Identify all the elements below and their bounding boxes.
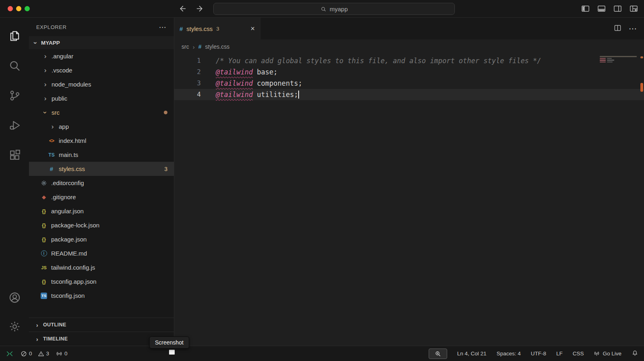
extensions-icon (8, 149, 21, 161)
cursor-position-button[interactable]: Ln 4, Col 21 (457, 351, 487, 357)
toggle-primary-sidebar-button[interactable] (581, 4, 590, 15)
ports-button[interactable]: 0 (56, 351, 68, 357)
minimize-window-button[interactable] (16, 6, 21, 11)
more-actions-icon[interactable]: ⋯ (629, 25, 637, 33)
javascript-file-icon: JS (40, 265, 47, 270)
tree-item-readme-md[interactable]: i README.md (29, 246, 174, 260)
maximize-window-button[interactable] (25, 6, 30, 11)
tree-item-tailwind-config-js[interactable]: JS tailwind.config.js (29, 260, 174, 274)
problems-button[interactable]: 0 3 (21, 351, 49, 357)
tree-item-label: public (52, 95, 67, 102)
split-editor-icon (614, 24, 621, 32)
tree-item-vscode-folder[interactable]: › .vscode (29, 63, 174, 77)
encoding-button[interactable]: UTF-8 (531, 351, 546, 357)
problems-count-badge: 3 (164, 166, 167, 172)
arrow-right-icon (196, 4, 204, 13)
tree-item-gitignore[interactable]: ◆ .gitignore (29, 190, 174, 204)
more-actions-icon[interactable]: ⋯ (159, 23, 167, 32)
code-comment: /* You can add global styles to this fil… (216, 55, 541, 66)
status-right: Ln 4, Col 21 Spaces: 4 UTF-8 LF CSS Go L… (429, 349, 638, 359)
tree-item-app-folder[interactable]: › app (29, 120, 174, 134)
tree-root-myapp[interactable]: › MYAPP (29, 36, 174, 49)
code-line-4-current[interactable]: 4 @tailwind utilities; (174, 89, 644, 100)
modified-dot-badge (164, 111, 167, 114)
value-token: components; (253, 79, 302, 87)
mouse-pointer-artifact (169, 350, 175, 355)
tree-item-styles-css[interactable]: # styles.css 3 (29, 162, 174, 176)
tree-item-label: app (59, 123, 69, 130)
forward-button[interactable] (196, 4, 204, 14)
account-icon (8, 291, 21, 304)
outline-section-header[interactable]: › OUTLINE (29, 318, 174, 332)
chevron-right-icon: › (35, 336, 40, 342)
close-icon[interactable]: × (250, 25, 255, 32)
tree-item-package-lock-json[interactable]: {} package-lock.json (29, 218, 174, 232)
warnings-count: 3 (46, 351, 50, 357)
close-window-button[interactable] (8, 6, 13, 11)
tree-item-angular-json[interactable]: {} angular.json (29, 204, 174, 218)
tree-item-label: .editorconfig (51, 179, 84, 186)
tree-item-src-folder[interactable]: › src (29, 105, 174, 120)
tree-item-label: tsconfig.app.json (51, 278, 97, 285)
typescript-file-icon: TS (48, 152, 55, 158)
layout-sidebar-right-icon (613, 4, 622, 13)
minimap[interactable] (600, 56, 638, 63)
breadcrumb-folder[interactable]: src (182, 43, 189, 50)
line-number: 2 (174, 66, 201, 78)
source-control-icon (8, 89, 21, 102)
tree-item-angular-folder[interactable]: › .angular (29, 49, 174, 63)
zoom-button[interactable] (429, 349, 447, 359)
tree-item-label: node_modules (52, 81, 91, 88)
back-button[interactable] (178, 4, 187, 14)
tree-item-public-folder[interactable]: › public (29, 91, 174, 105)
editor-actions: ⋯ (614, 18, 644, 39)
tree-item-editorconfig[interactable]: .editorconfig (29, 176, 174, 190)
tab-problems-badge: 3 (216, 26, 219, 32)
activity-run-debug-button[interactable] (0, 110, 29, 140)
activity-source-control-button[interactable] (0, 80, 29, 110)
settings-button[interactable] (0, 312, 29, 341)
tree-item-tsconfig-json[interactable]: TS tsconfig.json (29, 289, 174, 303)
code-line-3[interactable]: 3 @tailwind components; (174, 78, 644, 89)
chevron-right-icon: › (193, 43, 195, 50)
remote-indicator-button[interactable] (6, 350, 14, 358)
code-line-1[interactable]: 1 /* You can add global styles to this f… (174, 55, 644, 66)
code-line-2[interactable]: 2 @tailwind base; (174, 66, 644, 78)
toggle-secondary-sidebar-button[interactable] (613, 4, 622, 15)
tree-item-tsconfig-app-json[interactable]: {} tsconfig.app.json (29, 274, 174, 289)
tree-item-main-ts[interactable]: TS main.ts (29, 148, 174, 162)
code-text: @tailwind utilities; (216, 89, 299, 100)
go-live-button[interactable]: Go Live (594, 351, 621, 357)
eol-button[interactable]: LF (556, 351, 563, 357)
errors-count: 0 (29, 351, 32, 357)
command-center-search[interactable]: myapp (213, 3, 455, 15)
tree-item-index-html[interactable]: <> index.html (29, 134, 174, 148)
language-mode-button[interactable]: CSS (573, 351, 584, 357)
split-editor-button[interactable] (614, 24, 621, 33)
workbench: EXPLORER ⋯ › MYAPP › .angular › .vscode … (0, 18, 644, 346)
customize-layout-button[interactable] (629, 4, 638, 15)
code-editor[interactable]: 1 /* You can add global styles to this f… (174, 54, 644, 346)
indentation-button[interactable]: Spaces: 4 (497, 351, 521, 357)
accounts-button[interactable] (0, 283, 29, 312)
activity-explorer-button[interactable] (0, 21, 29, 51)
tree-item-node-modules-folder[interactable]: › node_modules (29, 77, 174, 91)
toggle-panel-button[interactable] (597, 4, 606, 15)
layout-controls (581, 4, 638, 15)
remote-icon (6, 350, 14, 358)
broadcast-tower-icon (594, 351, 600, 357)
tree-item-package-json[interactable]: {} package.json (29, 232, 174, 246)
errors-item: 0 (21, 351, 32, 357)
warning-icon (38, 351, 44, 357)
tree-item-label: main.ts (59, 151, 78, 158)
activity-extensions-button[interactable] (0, 140, 29, 170)
at-rule-token: @tailwind (216, 79, 253, 87)
line-number: 1 (174, 55, 201, 66)
notifications-button[interactable] (632, 350, 638, 358)
git-icon: ◆ (40, 194, 47, 200)
tab-styles-css[interactable]: # styles.css 3 × (174, 18, 260, 39)
code-text: @tailwind base; (216, 66, 278, 78)
tree-item-label: package.json (51, 236, 87, 243)
activity-search-button[interactable] (0, 51, 29, 80)
breadcrumb-file[interactable]: styles.css (205, 43, 229, 50)
